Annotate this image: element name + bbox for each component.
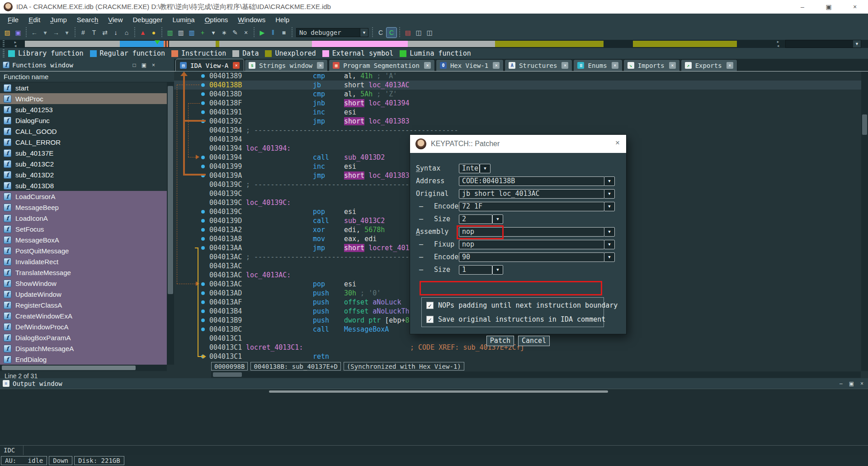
menu-jump[interactable]: Jump [45, 15, 72, 24]
step-over-icon[interactable]: C [387, 28, 396, 38]
chevron-down-icon[interactable]: ▼ [360, 29, 368, 37]
size-field[interactable]: 1 [459, 265, 492, 275]
tab-imports[interactable]: ↘Imports× [623, 59, 680, 71]
encode-field[interactable]: 72 1F [459, 202, 604, 211]
function-row-InvalidateRect[interactable]: fInvalidateRect [0, 256, 167, 267]
menu-debugger[interactable]: Debugger [128, 15, 168, 24]
band-drag-handle[interactable] [3, 40, 5, 48]
size-field[interactable]: 2 [459, 214, 492, 224]
chevron-down-icon[interactable]: ▼ [604, 189, 615, 199]
chevron-down-icon[interactable]: ▼ [604, 176, 615, 186]
function-row-DispatchMessageA[interactable]: fDispatchMessageA [0, 343, 167, 354]
back-icon[interactable]: ← [29, 28, 39, 38]
save-file-icon[interactable]: ▣ [13, 28, 23, 38]
disasm-row[interactable]: 0040138Dcmpal, 5Ah ; 'Z' [174, 90, 868, 99]
tab-close-icon[interactable]: × [669, 62, 676, 69]
menu-view[interactable]: View [103, 15, 127, 24]
restore-button[interactable]: ▣ [816, 0, 842, 14]
instruction-dot-icon[interactable] [201, 74, 205, 78]
menu-file[interactable]: File [3, 15, 24, 24]
band-segment[interactable] [633, 41, 737, 47]
instruction-dot-icon[interactable] [201, 319, 205, 322]
function-row-TranslateMessage[interactable]: fTranslateMessage [0, 267, 167, 278]
function-row-RegisterClassA[interactable]: fRegisterClassA [0, 300, 167, 310]
tab-exports[interactable]: ↗Exports× [681, 59, 737, 71]
function-row-CALL_GOOD[interactable]: fCALL_GOOD [0, 126, 167, 137]
pause-process-icon[interactable]: ‖ [268, 28, 278, 38]
tab-close-icon[interactable]: × [561, 62, 568, 69]
jump-xref-icon[interactable]: ↓ [111, 28, 121, 38]
close-button[interactable]: × [842, 0, 868, 14]
tab-close-icon[interactable]: × [726, 62, 733, 69]
menu-options[interactable]: Options [200, 15, 233, 24]
instruction-dot-icon[interactable] [201, 237, 205, 241]
address-field[interactable]: CODE:0040138B [459, 176, 604, 186]
tab-strings-window[interactable]: sStrings window× [245, 59, 328, 71]
analysis-warning-icon[interactable]: ▲ [138, 28, 148, 38]
dialog-titlebar[interactable]: KEYPATCH:: Patcher × [410, 135, 626, 153]
jump-binary-icon[interactable]: ⇄ [100, 28, 110, 38]
chevron-down-icon[interactable]: ▼ [492, 214, 503, 224]
tab-ida-view-a[interactable]: ▤IDA View-A× [176, 59, 244, 71]
function-row-sub_401253[interactable]: fsub_401253 [0, 104, 167, 115]
function-row-LoadCursorA[interactable]: fLoadCursorA [0, 191, 167, 202]
tab-enums[interactable]: ≡Enums× [573, 59, 622, 71]
instruction-dot-icon[interactable] [201, 219, 205, 223]
edit-icon[interactable]: ✎ [230, 28, 240, 38]
menu-windows[interactable]: Windows [233, 15, 270, 24]
make-code-icon[interactable]: ▥ [165, 28, 175, 38]
disassembly-vscrollbar[interactable] [861, 71, 868, 371]
function-row-DialogBoxParamA[interactable]: fDialogBoxParamA [0, 332, 167, 343]
function-row-WndProc[interactable]: fWndProc [0, 93, 167, 104]
instruction-dot-icon[interactable] [201, 228, 205, 232]
function-row-start[interactable]: fstart [0, 82, 167, 93]
tab-close-icon[interactable]: × [233, 62, 240, 69]
function-row-DialogFunc[interactable]: fDialogFunc [0, 115, 167, 126]
instruction-dot-icon[interactable] [201, 165, 205, 168]
legend-drag-handle[interactable] [3, 49, 5, 57]
function-row-sub_4013C2[interactable]: fsub_4013C2 [0, 158, 167, 169]
chevron-down-icon[interactable]: ▼ [853, 40, 861, 48]
forward-icon[interactable]: → [51, 28, 61, 38]
functions-column-header[interactable]: Function name [0, 71, 174, 82]
idc-command-input[interactable] [24, 446, 868, 455]
disasm-row[interactable]: 0040138Bjbshort loc_4013AC [174, 81, 868, 90]
chevron-down-icon[interactable]: ▼ [604, 240, 615, 249]
make-data-icon[interactable]: ▥ [176, 28, 186, 38]
jump-function-icon[interactable]: ⌂ [122, 28, 132, 38]
menu-search[interactable]: Search [72, 15, 104, 24]
cancel-button[interactable]: Cancel [518, 336, 550, 346]
delete-icon[interactable]: × [241, 28, 251, 38]
disasm-row[interactable]: 00401391incesi [174, 108, 868, 117]
instruction-dot-icon[interactable] [201, 101, 205, 105]
original-field[interactable]: jb short loc_4013AC [459, 189, 604, 199]
toolbar-overflow-arrows[interactable]: ▸◂ [774, 40, 782, 48]
panel-minimize-icon[interactable]: – [840, 380, 843, 387]
band-segment[interactable] [25, 41, 120, 47]
band-segment[interactable] [164, 41, 165, 47]
open-file-icon[interactable]: ▨ [2, 28, 12, 38]
forward-dropdown-icon[interactable]: ▾ [62, 28, 72, 38]
back-dropdown-icon[interactable]: ▾ [40, 28, 50, 38]
start-process-icon[interactable]: ▶ [257, 28, 267, 38]
instruction-dot-icon[interactable] [201, 309, 205, 313]
tab-hex-view-1[interactable]: 0Hex View-1× [436, 59, 504, 71]
patch-icon[interactable]: ∗ [219, 28, 229, 38]
function-row-UpdateWindow[interactable]: fUpdateWindow [0, 289, 167, 300]
function-row-sub_4013D2[interactable]: fsub_4013D2 [0, 169, 167, 180]
function-row-DefWindowProcA[interactable]: fDefWindowProcA [0, 321, 167, 332]
panel-close-icon[interactable]: × [152, 62, 155, 68]
band-segment[interactable] [166, 41, 168, 47]
menu-help[interactable]: Help [270, 15, 294, 24]
function-row-LoadIconA[interactable]: fLoadIconA [0, 213, 167, 223]
debugger-select[interactable]: No debugger▼ [296, 28, 368, 37]
disasm-row[interactable]: 00401394; ------------------------------… [174, 126, 868, 135]
function-row-PostQuitMessage[interactable]: fPostQuitMessage [0, 245, 167, 256]
function-row-CALL_ERROR[interactable]: fCALL_ERROR [0, 137, 167, 147]
instruction-dot-icon[interactable] [201, 210, 205, 214]
tab-close-icon[interactable]: × [317, 62, 324, 69]
instruction-dot-icon[interactable] [201, 92, 205, 96]
disasm-row[interactable]: 00401389cmpal, 41h ; 'A' [174, 71, 868, 81]
band-segment[interactable] [219, 41, 312, 47]
instruction-dot-icon[interactable] [201, 328, 205, 331]
